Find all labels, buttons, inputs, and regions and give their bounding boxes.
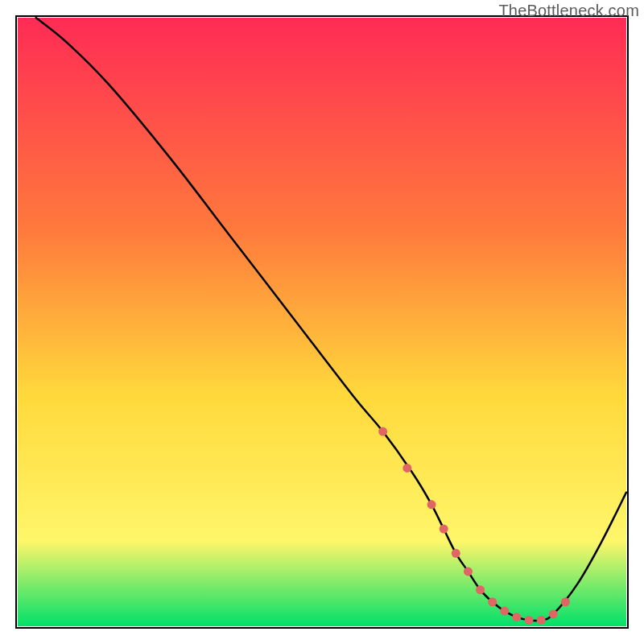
highlight-marker <box>537 616 546 625</box>
gradient-background <box>18 18 626 626</box>
highlight-marker <box>488 597 497 606</box>
highlight-marker <box>378 427 387 436</box>
highlight-marker <box>452 549 460 558</box>
highlight-marker <box>512 613 521 621</box>
plot-area <box>16 16 628 628</box>
highlight-marker <box>500 607 509 616</box>
highlight-marker <box>464 567 473 576</box>
highlight-marker <box>476 585 485 594</box>
highlight-marker <box>427 500 436 509</box>
chart-stage: TheBottleneck.com <box>0 0 644 644</box>
highlight-marker <box>440 525 448 534</box>
highlight-marker <box>561 597 570 606</box>
highlight-marker <box>525 616 534 625</box>
watermark-text: TheBottleneck.com <box>498 2 639 20</box>
highlight-marker <box>402 464 411 473</box>
bottleneck-chart <box>0 0 644 644</box>
highlight-marker <box>549 609 558 618</box>
